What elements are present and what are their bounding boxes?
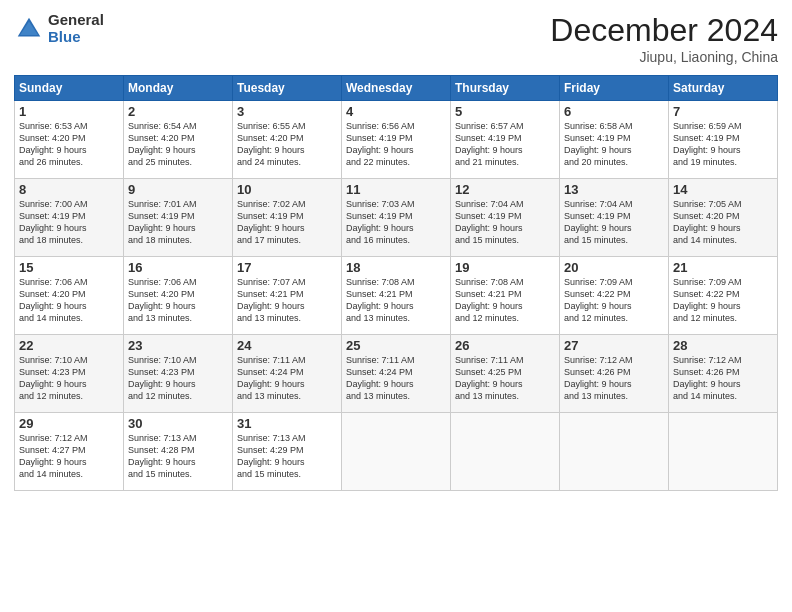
day-number: 27 (564, 338, 664, 353)
day-number: 5 (455, 104, 555, 119)
calendar-cell: 28 Sunrise: 7:12 AM Sunset: 4:26 PM Dayl… (669, 335, 778, 413)
calendar-cell: 22 Sunrise: 7:10 AM Sunset: 4:23 PM Dayl… (15, 335, 124, 413)
day-info: Sunrise: 6:58 AM Sunset: 4:19 PM Dayligh… (564, 120, 664, 169)
calendar-cell: 27 Sunrise: 7:12 AM Sunset: 4:26 PM Dayl… (560, 335, 669, 413)
day-number: 30 (128, 416, 228, 431)
day-number: 17 (237, 260, 337, 275)
calendar-cell: 5 Sunrise: 6:57 AM Sunset: 4:19 PM Dayli… (451, 101, 560, 179)
calendar-cell: 10 Sunrise: 7:02 AM Sunset: 4:19 PM Dayl… (233, 179, 342, 257)
header-row: Sunday Monday Tuesday Wednesday Thursday… (15, 76, 778, 101)
day-number: 12 (455, 182, 555, 197)
logo-icon (14, 14, 44, 44)
day-info: Sunrise: 6:54 AM Sunset: 4:20 PM Dayligh… (128, 120, 228, 169)
calendar-cell: 16 Sunrise: 7:06 AM Sunset: 4:20 PM Dayl… (124, 257, 233, 335)
calendar-cell: 4 Sunrise: 6:56 AM Sunset: 4:19 PM Dayli… (342, 101, 451, 179)
calendar-cell: 3 Sunrise: 6:55 AM Sunset: 4:20 PM Dayli… (233, 101, 342, 179)
day-info: Sunrise: 7:11 AM Sunset: 4:24 PM Dayligh… (237, 354, 337, 403)
day-number: 2 (128, 104, 228, 119)
calendar-cell: 30 Sunrise: 7:13 AM Sunset: 4:28 PM Dayl… (124, 413, 233, 491)
calendar-cell: 14 Sunrise: 7:05 AM Sunset: 4:20 PM Dayl… (669, 179, 778, 257)
col-wednesday: Wednesday (342, 76, 451, 101)
day-info: Sunrise: 7:03 AM Sunset: 4:19 PM Dayligh… (346, 198, 446, 247)
day-info: Sunrise: 6:55 AM Sunset: 4:20 PM Dayligh… (237, 120, 337, 169)
day-info: Sunrise: 7:09 AM Sunset: 4:22 PM Dayligh… (564, 276, 664, 325)
calendar-cell: 25 Sunrise: 7:11 AM Sunset: 4:24 PM Dayl… (342, 335, 451, 413)
day-number: 31 (237, 416, 337, 431)
day-info: Sunrise: 7:06 AM Sunset: 4:20 PM Dayligh… (19, 276, 119, 325)
day-number: 7 (673, 104, 773, 119)
day-info: Sunrise: 7:10 AM Sunset: 4:23 PM Dayligh… (128, 354, 228, 403)
calendar-cell: 7 Sunrise: 6:59 AM Sunset: 4:19 PM Dayli… (669, 101, 778, 179)
day-info: Sunrise: 6:59 AM Sunset: 4:19 PM Dayligh… (673, 120, 773, 169)
day-number: 13 (564, 182, 664, 197)
header: General Blue December 2024 Jiupu, Liaoni… (14, 12, 778, 65)
day-info: Sunrise: 7:04 AM Sunset: 4:19 PM Dayligh… (564, 198, 664, 247)
day-info: Sunrise: 7:11 AM Sunset: 4:25 PM Dayligh… (455, 354, 555, 403)
calendar-cell: 21 Sunrise: 7:09 AM Sunset: 4:22 PM Dayl… (669, 257, 778, 335)
col-friday: Friday (560, 76, 669, 101)
col-saturday: Saturday (669, 76, 778, 101)
col-thursday: Thursday (451, 76, 560, 101)
day-info: Sunrise: 6:53 AM Sunset: 4:20 PM Dayligh… (19, 120, 119, 169)
calendar-cell: 17 Sunrise: 7:07 AM Sunset: 4:21 PM Dayl… (233, 257, 342, 335)
calendar-cell: 1 Sunrise: 6:53 AM Sunset: 4:20 PM Dayli… (15, 101, 124, 179)
day-number: 20 (564, 260, 664, 275)
logo-text: General Blue (48, 12, 104, 45)
calendar-cell: 20 Sunrise: 7:09 AM Sunset: 4:22 PM Dayl… (560, 257, 669, 335)
day-number: 6 (564, 104, 664, 119)
day-number: 21 (673, 260, 773, 275)
page-container: General Blue December 2024 Jiupu, Liaoni… (0, 0, 792, 499)
calendar-cell: 24 Sunrise: 7:11 AM Sunset: 4:24 PM Dayl… (233, 335, 342, 413)
calendar-cell: 2 Sunrise: 6:54 AM Sunset: 4:20 PM Dayli… (124, 101, 233, 179)
day-info: Sunrise: 7:13 AM Sunset: 4:28 PM Dayligh… (128, 432, 228, 481)
calendar-cell: 23 Sunrise: 7:10 AM Sunset: 4:23 PM Dayl… (124, 335, 233, 413)
month-title: December 2024 (550, 12, 778, 49)
logo: General Blue (14, 12, 104, 45)
day-info: Sunrise: 7:08 AM Sunset: 4:21 PM Dayligh… (346, 276, 446, 325)
logo-general: General (48, 12, 104, 29)
day-number: 18 (346, 260, 446, 275)
calendar-week-5: 29 Sunrise: 7:12 AM Sunset: 4:27 PM Dayl… (15, 413, 778, 491)
day-info: Sunrise: 7:10 AM Sunset: 4:23 PM Dayligh… (19, 354, 119, 403)
day-number: 3 (237, 104, 337, 119)
day-number: 4 (346, 104, 446, 119)
day-number: 23 (128, 338, 228, 353)
day-number: 28 (673, 338, 773, 353)
day-info: Sunrise: 7:00 AM Sunset: 4:19 PM Dayligh… (19, 198, 119, 247)
logo-blue: Blue (48, 29, 104, 46)
calendar-cell: 29 Sunrise: 7:12 AM Sunset: 4:27 PM Dayl… (15, 413, 124, 491)
day-number: 1 (19, 104, 119, 119)
calendar-cell (669, 413, 778, 491)
day-number: 10 (237, 182, 337, 197)
day-number: 19 (455, 260, 555, 275)
day-info: Sunrise: 7:09 AM Sunset: 4:22 PM Dayligh… (673, 276, 773, 325)
day-info: Sunrise: 7:06 AM Sunset: 4:20 PM Dayligh… (128, 276, 228, 325)
day-number: 26 (455, 338, 555, 353)
day-number: 9 (128, 182, 228, 197)
calendar-cell: 26 Sunrise: 7:11 AM Sunset: 4:25 PM Dayl… (451, 335, 560, 413)
calendar-cell: 9 Sunrise: 7:01 AM Sunset: 4:19 PM Dayli… (124, 179, 233, 257)
day-number: 24 (237, 338, 337, 353)
day-info: Sunrise: 7:13 AM Sunset: 4:29 PM Dayligh… (237, 432, 337, 481)
day-info: Sunrise: 6:57 AM Sunset: 4:19 PM Dayligh… (455, 120, 555, 169)
calendar-cell: 31 Sunrise: 7:13 AM Sunset: 4:29 PM Dayl… (233, 413, 342, 491)
day-info: Sunrise: 7:12 AM Sunset: 4:27 PM Dayligh… (19, 432, 119, 481)
day-info: Sunrise: 7:12 AM Sunset: 4:26 PM Dayligh… (564, 354, 664, 403)
day-number: 22 (19, 338, 119, 353)
day-number: 16 (128, 260, 228, 275)
col-monday: Monday (124, 76, 233, 101)
calendar-cell: 6 Sunrise: 6:58 AM Sunset: 4:19 PM Dayli… (560, 101, 669, 179)
calendar-cell: 13 Sunrise: 7:04 AM Sunset: 4:19 PM Dayl… (560, 179, 669, 257)
calendar-cell: 12 Sunrise: 7:04 AM Sunset: 4:19 PM Dayl… (451, 179, 560, 257)
calendar-cell: 8 Sunrise: 7:00 AM Sunset: 4:19 PM Dayli… (15, 179, 124, 257)
location: Jiupu, Liaoning, China (550, 49, 778, 65)
day-number: 15 (19, 260, 119, 275)
calendar-cell (342, 413, 451, 491)
calendar-cell (560, 413, 669, 491)
day-number: 25 (346, 338, 446, 353)
day-info: Sunrise: 7:08 AM Sunset: 4:21 PM Dayligh… (455, 276, 555, 325)
calendar-week-4: 22 Sunrise: 7:10 AM Sunset: 4:23 PM Dayl… (15, 335, 778, 413)
calendar-cell (451, 413, 560, 491)
calendar-week-3: 15 Sunrise: 7:06 AM Sunset: 4:20 PM Dayl… (15, 257, 778, 335)
calendar-cell: 11 Sunrise: 7:03 AM Sunset: 4:19 PM Dayl… (342, 179, 451, 257)
